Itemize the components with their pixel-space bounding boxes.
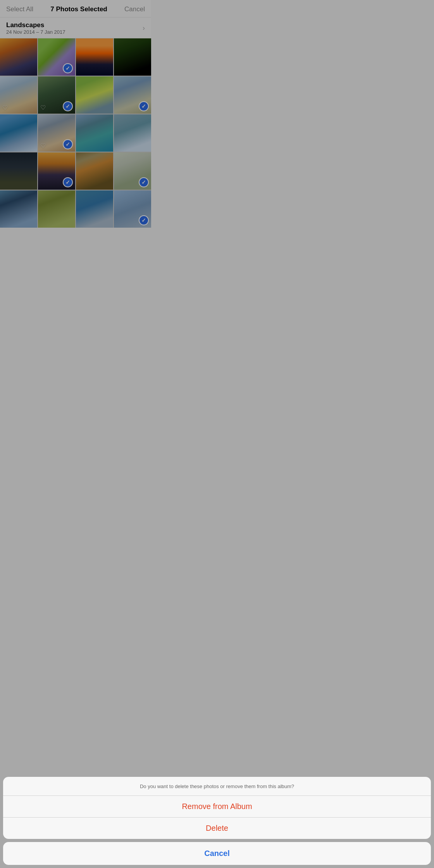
overlay-dim bbox=[0, 0, 151, 327]
